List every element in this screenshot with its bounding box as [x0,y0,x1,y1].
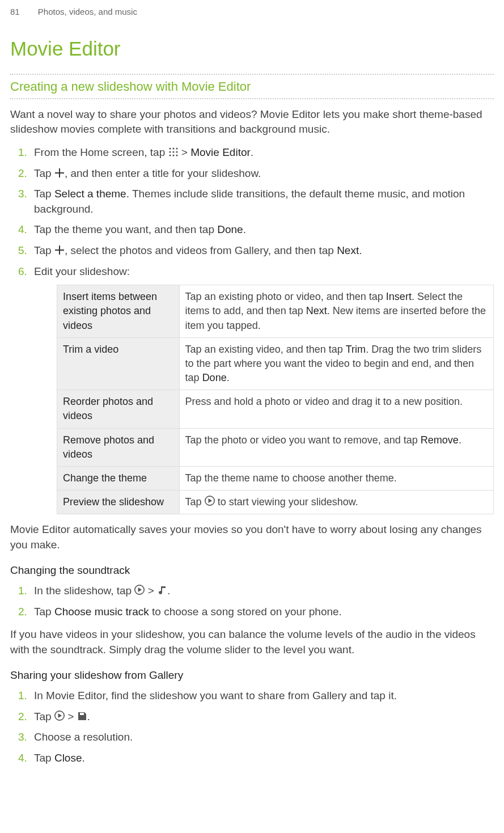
remove-label: Remove [421,434,459,446]
close-label: Close [54,752,82,764]
apps-grid-icon [168,147,179,157]
step-1: From the Home screen, tap > Movie Editor… [10,145,494,160]
row-desc: Tap the photo or video you want to remov… [179,428,493,466]
step-text: > [148,585,157,597]
table-row: Preview the slideshow Tap to start viewi… [57,491,494,514]
text: Tap an existing photo or video, and then… [185,291,386,302]
step-text: to choose a song stored on your phone. [149,606,342,618]
autosave-note: Movie Editor automatically saves your mo… [10,522,494,552]
divider [10,98,494,99]
page-title: Movie Editor [10,35,494,62]
trim-label: Trim [346,344,366,355]
table-row: Remove photos and videos Tap the photo o… [57,428,494,466]
row-desc: Tap to start viewing your slideshow. [179,491,493,514]
svg-point-0 [169,147,171,149]
row-label: Reorder photos and videos [57,390,180,428]
done-label: Done [202,372,227,383]
step-text: . [87,711,90,722]
row-label: Change the theme [57,467,180,491]
step-6: Edit your slideshow: Insert items betwee… [10,264,494,515]
row-desc: Tap the theme name to choose another the… [179,467,493,491]
table-row: Trim a video Tap an existing video, and … [57,337,494,390]
step-text: . [251,146,253,158]
row-label: Insert items between existing photos and… [57,285,180,338]
plus-icon [54,168,65,178]
next-label: Next [337,244,359,256]
save-disk-icon [77,711,87,721]
step-5: Tap , select the photos and videos from … [10,243,494,259]
step-text: . [167,585,170,597]
step-text: . [82,752,85,764]
step-text: Tap [34,167,54,179]
subsection-heading: Changing the soundtrack [10,563,494,578]
page-number: 81 [10,6,20,18]
step-2: Tap , and then enter a title for your sl… [10,166,494,181]
step-text: , and then enter a title for your slides… [65,167,261,179]
svg-point-6 [169,154,171,156]
sharing-steps-list: In Movie Editor, find the slideshow you … [10,688,494,766]
table-row: Reorder photos and videos Press and hold… [57,390,494,428]
page-header: 81 Photos, videos, and music [10,6,494,18]
play-circle-icon [54,711,65,721]
step-2: Tap Choose music track to choose a song … [10,604,494,620]
plus-icon [54,245,65,255]
edit-options-table: Insert items between existing photos and… [57,285,494,514]
choose-music-track-label: Choose music track [54,606,149,618]
text: Tap an existing video, and then tap [185,344,346,355]
music-note-icon [157,585,167,595]
step-text: , select the photos and videos from Gall… [65,244,337,256]
step-3: Tap Select a theme. Themes include slide… [10,187,494,217]
step-4: Tap the theme you want, and then tap Don… [10,222,494,238]
step-text: Tap the theme you want, and then tap [34,223,217,235]
svg-point-7 [172,154,174,156]
step-text: Tap [34,188,54,200]
row-label: Preview the slideshow [57,491,180,514]
insert-label: Insert [386,291,412,302]
row-desc: Tap an existing video, and then tap Trim… [179,337,493,390]
step-4: Tap Close. [10,751,494,766]
subsection-heading: Sharing your slideshow from Gallery [10,668,494,683]
step-3: Choose a resolution. [10,730,494,745]
main-steps-list: From the Home screen, tap > Movie Editor… [10,145,494,514]
step-text: Tap [34,606,54,618]
step-1: In the slideshow, tap > . [10,583,494,599]
step-text: > [181,146,190,158]
section-heading: Creating a new slideshow with Movie Edit… [10,75,494,98]
step-text: In the slideshow, tap [34,585,134,597]
play-circle-icon [205,496,215,506]
movie-editor-label: Movie Editor [190,146,251,158]
step-text: . [359,244,362,256]
step-text: Choose a resolution. [34,731,133,743]
step-text: Tap [34,752,54,764]
step-text: Edit your slideshow: [34,265,130,277]
step-text: Tap [34,711,54,722]
select-theme-label: Select a theme [54,188,126,200]
step-text: > [67,711,77,722]
text: . [227,372,230,383]
step-text: . [243,223,246,235]
step-text: Tap [34,244,54,256]
svg-point-2 [176,147,177,149]
volume-note: If you have videos in your slideshow, yo… [10,627,494,657]
text: . [459,434,461,446]
svg-point-5 [176,151,177,153]
step-text: In Movie Editor, find the slideshow you … [34,690,397,701]
done-label: Done [217,223,243,235]
svg-point-8 [176,154,177,156]
svg-point-3 [169,151,171,153]
text: Tap the photo or video you want to remov… [185,434,421,446]
svg-point-1 [172,147,174,149]
play-circle-icon [134,585,145,595]
intro-paragraph: Want a novel way to share your photos an… [10,107,494,137]
table-row: Change the theme Tap the theme name to c… [57,467,494,491]
step-2: Tap > . [10,709,494,725]
soundtrack-steps-list: In the slideshow, tap > . Tap Choose mus… [10,583,494,619]
row-desc: Tap an existing photo or video, and then… [179,285,493,338]
row-label: Remove photos and videos [57,428,180,466]
row-label: Trim a video [57,337,180,390]
step-text: From the Home screen, tap [34,146,168,158]
section-title: Photos, videos, and music [38,7,137,16]
next-label: Next [306,305,327,316]
step-1: In Movie Editor, find the slideshow you … [10,688,494,704]
text: Tap [185,496,205,508]
